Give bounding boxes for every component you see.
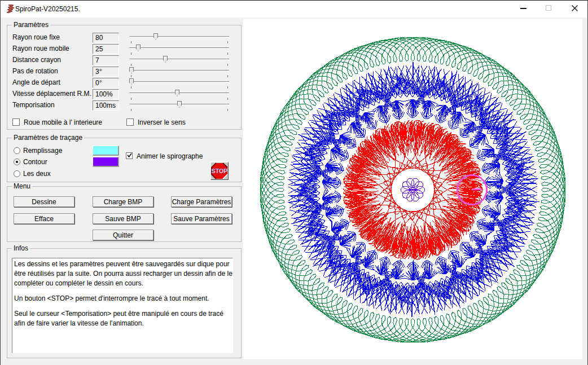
svg-text:STOP: STOP — [212, 168, 227, 174]
